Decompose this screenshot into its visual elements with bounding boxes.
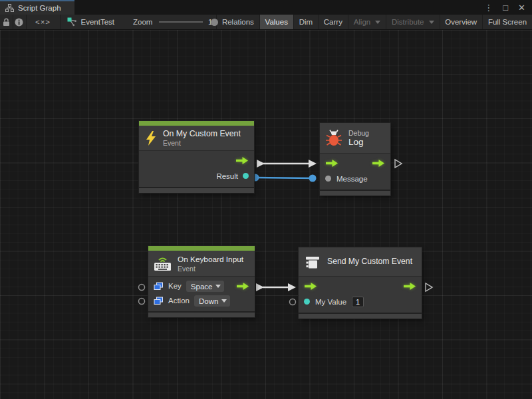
zoom-label: Zoom xyxy=(133,15,152,29)
overview-label: Overview xyxy=(445,18,477,26)
flow-in-arrow-icon[interactable] xyxy=(304,282,317,291)
my-value-port-row[interactable]: My Value 1 xyxy=(299,294,422,309)
node-footer xyxy=(299,314,422,319)
graph-name-label: EventTest xyxy=(81,18,115,26)
node-body: Key Space Action xyxy=(148,277,255,311)
keyboard-icon xyxy=(154,255,172,271)
chevron-down-icon xyxy=(429,21,434,24)
result-port-row[interactable]: Result xyxy=(139,168,254,184)
event-color-strip xyxy=(148,246,255,251)
close-icon[interactable]: ✕ xyxy=(518,3,525,12)
key-port-row[interactable]: Key Space xyxy=(148,279,255,293)
result-port-label: Result xyxy=(216,172,238,180)
tab-script-graph[interactable]: Script Graph xyxy=(0,0,74,15)
node-body: Result xyxy=(139,151,254,187)
flow-out-arrow-icon[interactable] xyxy=(372,159,385,168)
lightning-icon xyxy=(144,130,157,146)
enum-icon xyxy=(154,297,164,305)
key-dropdown-value: Space xyxy=(191,283,213,291)
bug-icon xyxy=(325,130,342,146)
carry-button[interactable]: Carry xyxy=(319,15,348,29)
values-label: Values xyxy=(265,18,288,26)
node-header[interactable]: Send My Custom Event xyxy=(299,247,422,277)
flow-row[interactable] xyxy=(320,156,390,171)
node-debug-log[interactable]: Debug Log Message xyxy=(320,123,390,196)
lock-button[interactable] xyxy=(0,15,13,29)
unconnected-port-circle[interactable] xyxy=(139,285,145,291)
node-title: On Keyboard Input xyxy=(178,255,243,265)
node-title: Log xyxy=(348,137,369,148)
relations-label: Relations xyxy=(222,18,254,26)
zoom-slider-track xyxy=(159,21,203,23)
flow-output-row[interactable] xyxy=(139,153,254,168)
message-port-label: Message xyxy=(336,175,368,183)
node-body: My Value 1 xyxy=(299,277,422,313)
node-on-keyboard-input[interactable]: On Keyboard Input Event Key Space xyxy=(148,246,255,317)
graph-toolbar: <×> EventTest Zoom 1x Relations Values xyxy=(0,15,532,30)
unconnected-port-circle[interactable] xyxy=(139,299,145,305)
result-port-dot[interactable] xyxy=(243,173,249,179)
node-on-my-custom-event[interactable]: On My Custom Event Event Result xyxy=(139,121,254,193)
key-port-label: Key xyxy=(168,282,182,290)
carry-label: Carry xyxy=(324,18,342,26)
connection-flow-custom-event-to-log[interactable] xyxy=(257,160,317,168)
distribute-button[interactable]: Distribute xyxy=(386,15,440,29)
my-value-port-dot[interactable] xyxy=(304,299,310,305)
node-footer xyxy=(148,313,255,317)
enum-icon xyxy=(154,282,164,291)
code-view-button[interactable]: <×> xyxy=(26,15,60,29)
zoom-slider-handle[interactable] xyxy=(211,19,218,26)
action-port-row[interactable]: Action Down xyxy=(148,293,255,308)
graph-canvas[interactable]: On My Custom Event Event Result xyxy=(0,30,532,399)
relations-button[interactable]: Relations xyxy=(217,15,259,29)
node-footer xyxy=(139,188,254,193)
node-title: On My Custom Event xyxy=(163,129,241,139)
message-port-row[interactable]: Message xyxy=(320,171,390,186)
chevron-down-icon xyxy=(221,299,227,303)
unconnected-port-circle[interactable] xyxy=(290,299,296,305)
code-icon: <×> xyxy=(35,18,51,26)
flow-out-arrow-icon[interactable] xyxy=(236,282,249,291)
node-subtitle: Event xyxy=(163,139,241,147)
lock-icon xyxy=(3,18,10,27)
my-value-port-label: My Value xyxy=(315,298,346,306)
connection-value-result-to-message[interactable] xyxy=(252,174,317,182)
align-label: Align xyxy=(354,18,371,26)
flow-in-arrow-icon[interactable] xyxy=(325,159,338,168)
node-send-my-custom-event[interactable]: Send My Custom Event My Value xyxy=(299,247,422,319)
flow-out-hint-triangle[interactable] xyxy=(426,283,432,291)
flow-out-arrow-icon[interactable] xyxy=(403,282,416,291)
window-controls: ⋮ □ ✕ xyxy=(484,0,532,15)
connections-layer xyxy=(0,30,532,399)
node-body: Message xyxy=(320,154,390,190)
my-value-input-value: 1 xyxy=(356,298,360,306)
distribute-label: Distribute xyxy=(392,18,424,26)
node-header[interactable]: On My Custom Event Event xyxy=(139,126,254,151)
machine-icon xyxy=(304,254,321,270)
graph-name-button[interactable]: EventTest xyxy=(67,15,115,29)
values-button[interactable]: Values xyxy=(260,15,293,29)
action-dropdown-value: Down xyxy=(199,297,218,305)
dim-button[interactable]: Dim xyxy=(294,15,318,29)
key-dropdown[interactable]: Space xyxy=(186,281,225,292)
node-header[interactable]: Debug Log xyxy=(320,123,390,154)
my-value-input[interactable]: 1 xyxy=(352,297,364,307)
zoom-slider[interactable] xyxy=(159,15,203,29)
action-dropdown[interactable]: Down xyxy=(194,295,230,307)
info-button[interactable] xyxy=(13,15,25,29)
full-screen-button[interactable]: Full Screen xyxy=(483,15,532,29)
connection-flow-keyboard-to-send[interactable] xyxy=(256,283,296,291)
node-surtitle: Debug xyxy=(348,129,369,137)
flow-row[interactable] xyxy=(299,279,422,294)
dim-label: Dim xyxy=(299,18,313,26)
node-header[interactable]: On Keyboard Input Event xyxy=(148,251,255,277)
align-button[interactable]: Align xyxy=(348,15,386,29)
window-menu-icon[interactable]: ⋮ xyxy=(484,3,493,12)
overview-button[interactable]: Overview xyxy=(440,15,482,29)
maximize-icon[interactable]: □ xyxy=(503,3,508,12)
hierarchy-icon xyxy=(5,4,14,12)
event-color-strip xyxy=(139,121,254,126)
flow-out-hint-triangle[interactable] xyxy=(395,160,402,168)
flow-arrow-icon[interactable] xyxy=(235,156,249,165)
message-port-dot[interactable] xyxy=(325,176,331,182)
